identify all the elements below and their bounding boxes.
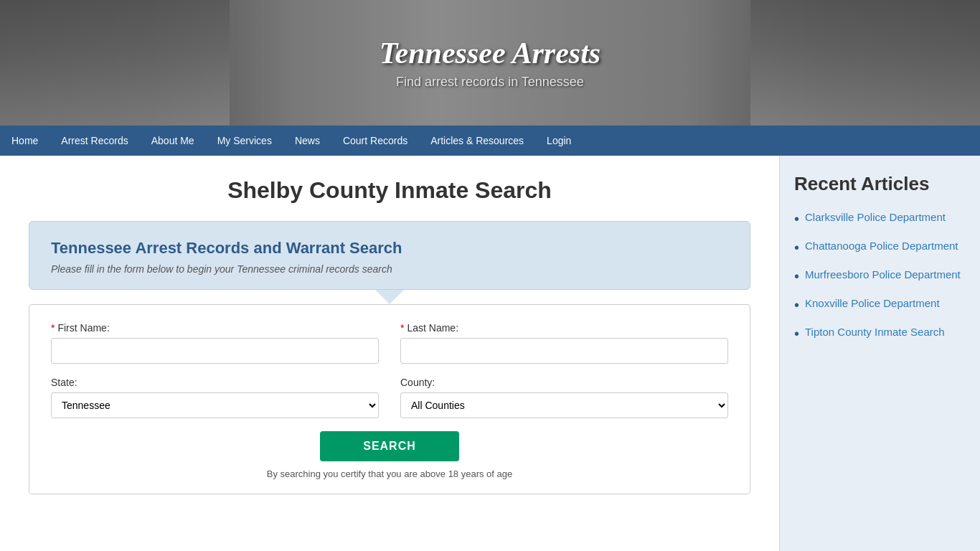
state-select[interactable]: Tennessee	[51, 392, 379, 418]
state-group: State: Tennessee	[51, 377, 379, 418]
list-item: • Murfreesboro Police Department	[794, 267, 966, 286]
bullet-icon: •	[794, 238, 799, 257]
search-box-title: Tennessee Arrest Records and Warrant Sea…	[51, 239, 728, 258]
required-star-last: *	[400, 322, 404, 334]
nav-articles-resources[interactable]: Articles & Resources	[419, 126, 535, 156]
site-title: Tennessee Arrests	[380, 36, 600, 70]
nav-login[interactable]: Login	[535, 126, 583, 156]
main-nav: Home Arrest Records About Me My Services…	[0, 126, 980, 156]
triangle-pointer	[375, 290, 404, 304]
site-header: Tennessee Arrests Find arrest records in…	[0, 0, 980, 126]
bullet-icon: •	[794, 267, 799, 286]
article-link-5[interactable]: Tipton County Inmate Search	[805, 324, 945, 339]
bullet-icon: •	[794, 209, 799, 228]
article-link-1[interactable]: Clarksville Police Department	[805, 209, 946, 225]
last-name-group: *Last Name:	[400, 322, 728, 364]
search-info-box: Tennessee Arrest Records and Warrant Sea…	[29, 221, 750, 290]
main-content: Shelby County Inmate Search Tennessee Ar…	[0, 156, 779, 551]
county-select[interactable]: All Counties	[400, 392, 728, 418]
search-btn-row: SEARCH By searching you certify that you…	[51, 431, 728, 479]
nav-about-me[interactable]: About Me	[140, 126, 206, 156]
county-group: County: All Counties	[400, 377, 728, 418]
article-link-2[interactable]: Chattanooga Police Department	[805, 238, 958, 253]
list-item: • Tipton County Inmate Search	[794, 324, 966, 343]
last-name-label: *Last Name:	[400, 322, 728, 334]
sidebar-title: Recent Articles	[794, 173, 966, 195]
nav-home[interactable]: Home	[0, 126, 50, 156]
bullet-icon: •	[794, 324, 799, 343]
last-name-input[interactable]	[400, 338, 728, 364]
first-name-input[interactable]	[51, 338, 379, 364]
hand-right-image	[750, 0, 980, 126]
first-name-label: *First Name:	[51, 322, 379, 334]
main-container: Shelby County Inmate Search Tennessee Ar…	[0, 156, 980, 551]
article-link-3[interactable]: Murfreesboro Police Department	[805, 267, 961, 282]
nav-news[interactable]: News	[283, 126, 331, 156]
certify-text: By searching you certify that you are ab…	[267, 468, 513, 479]
search-box-subtitle: Please fill in the form below to begin y…	[51, 263, 728, 275]
state-label: State:	[51, 377, 379, 388]
nav-arrest-records[interactable]: Arrest Records	[50, 126, 139, 156]
search-button[interactable]: SEARCH	[320, 431, 459, 461]
site-subtitle: Find arrest records in Tennessee	[380, 75, 600, 90]
sidebar: Recent Articles • Clarksville Police Dep…	[779, 156, 980, 551]
article-link-4[interactable]: Knoxville Police Department	[805, 296, 940, 311]
page-title: Shelby County Inmate Search	[29, 177, 750, 204]
first-name-group: *First Name:	[51, 322, 379, 364]
hand-left-image	[0, 0, 230, 126]
list-item: • Chattanooga Police Department	[794, 238, 966, 257]
required-star-first: *	[51, 322, 55, 334]
recent-articles-list: • Clarksville Police Department • Chatta…	[794, 209, 966, 343]
list-item: • Knoxville Police Department	[794, 296, 966, 314]
form-row-names: *First Name: *Last Name:	[51, 322, 728, 364]
nav-my-services[interactable]: My Services	[206, 126, 283, 156]
search-form-area: *First Name: *Last Name: State: Tennesse…	[29, 304, 750, 494]
bullet-icon: •	[794, 296, 799, 314]
form-row-location: State: Tennessee County: All Counties	[51, 377, 728, 418]
county-label: County:	[400, 377, 728, 388]
nav-court-records[interactable]: Court Records	[331, 126, 419, 156]
header-text: Tennessee Arrests Find arrest records in…	[380, 36, 600, 90]
list-item: • Clarksville Police Department	[794, 209, 966, 228]
